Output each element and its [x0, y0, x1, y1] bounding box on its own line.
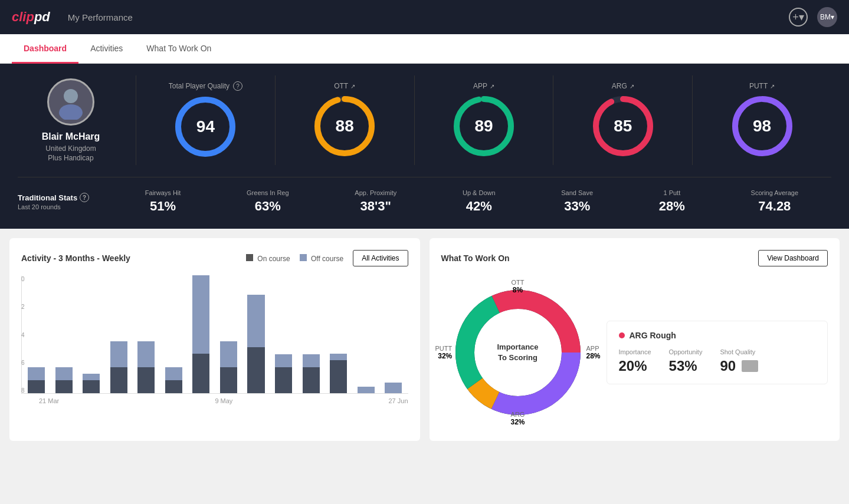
- arg-importance-label: Importance: [619, 348, 651, 355]
- trad-info-icon[interactable]: ?: [80, 193, 89, 202]
- score-ott: OTT ↗ 88: [276, 75, 415, 165]
- bar-on: [247, 347, 264, 393]
- donut-wrapper: Importance To Scoring OTT 8% APP 28% ARG: [441, 276, 595, 429]
- trad-updown-label: Up & Down: [463, 189, 496, 196]
- bar-group: [244, 276, 268, 393]
- trad-scoring-value: 74.28: [751, 199, 799, 214]
- trad-greens-label: Greens In Reg: [247, 189, 289, 196]
- putt-label: PUTT ↗: [749, 82, 775, 90]
- score-putt: PUTT ↗ 98: [693, 75, 831, 165]
- donut-center: Importance To Scoring: [497, 342, 538, 363]
- arg-stats: Importance 20% Opportunity 53% Shot Qual…: [619, 348, 816, 374]
- trad-fairways-value: 51%: [145, 199, 181, 214]
- tab-dashboard[interactable]: Dashboard: [12, 35, 78, 64]
- chart-legend: On course Off course: [246, 254, 343, 263]
- bar-on: [137, 367, 155, 393]
- trad-greens: Greens In Reg 63%: [247, 189, 289, 214]
- chart-content: 8 6 4 2 0: [21, 276, 408, 394]
- bar-off: [385, 383, 402, 393]
- bar-group: [326, 276, 351, 393]
- color-swatch: [742, 360, 758, 372]
- trad-scoring-label: Scoring Average: [751, 189, 799, 196]
- bar-group: [217, 276, 241, 393]
- bar-stack: [217, 341, 241, 393]
- logo[interactable]: clippd: [12, 9, 50, 25]
- bar-on: [192, 354, 209, 393]
- arg-card: ARG Rough Importance 20% Opportunity 53%…: [607, 321, 828, 384]
- player-name: Blair McHarg: [42, 131, 100, 142]
- app-value: 89: [474, 117, 493, 136]
- bar-stack: [326, 354, 351, 393]
- bar-group: [52, 276, 77, 393]
- chart-controls: On course Off course All Activities: [246, 250, 408, 266]
- score-cards: Total Player Quality ? 94 OTT ↗: [136, 75, 831, 165]
- info-icon[interactable]: ?: [233, 81, 242, 91]
- arg-shotquality-row: 90: [720, 358, 758, 374]
- arg-value: 85: [614, 117, 632, 136]
- putt-value: 98: [753, 117, 771, 136]
- bar-stack: [381, 383, 406, 393]
- arg-label: ARG ↗: [612, 82, 634, 90]
- trad-proximity-label: App. Proximity: [355, 189, 396, 196]
- bar-group: [353, 276, 378, 393]
- chart-title: Activity - 3 Months - Weekly: [21, 253, 130, 263]
- add-icon[interactable]: + ▾: [789, 8, 808, 27]
- off-course-dot: [300, 254, 307, 261]
- total-ring: 94: [173, 94, 238, 159]
- bar-group: [189, 276, 214, 393]
- putt-arrow: ↗: [770, 83, 775, 90]
- trad-scoring: Scoring Average 74.28: [751, 189, 799, 214]
- on-course-dot: [246, 254, 253, 261]
- bar-group: [79, 276, 104, 393]
- trad-label: Traditional Stats ? Last 20 rounds: [18, 193, 112, 210]
- tab-activities[interactable]: Activities: [78, 35, 135, 64]
- bar-group: [134, 276, 159, 393]
- app-ring: 89: [451, 94, 516, 159]
- bar-on: [83, 380, 100, 393]
- traditional-stats: Traditional Stats ? Last 20 rounds Fairw…: [18, 177, 831, 214]
- bar-on: [275, 367, 292, 393]
- view-dashboard-button[interactable]: View Dashboard: [758, 250, 828, 266]
- bar-on: [303, 367, 320, 393]
- bar-off: [330, 354, 347, 360]
- avatar[interactable]: BM ▾: [817, 7, 837, 27]
- bar-stack: [52, 367, 77, 393]
- ott-arrow: ↗: [350, 83, 355, 90]
- all-activities-button[interactable]: All Activities: [353, 250, 408, 266]
- player-country: United Kingdom: [45, 144, 96, 153]
- bar-on: [165, 380, 182, 393]
- logo-text: clippd: [12, 9, 50, 25]
- x-labels: 21 Mar 9 May 27 Jun: [21, 397, 408, 404]
- ott-label: OTT ↗: [334, 82, 355, 90]
- putt-donut-label: PUTT 32%: [435, 345, 453, 360]
- score-app: APP ↗ 89: [415, 75, 554, 165]
- arg-shotquality: Shot Quality 90: [720, 348, 758, 374]
- stats-banner: Blair McHarg United Kingdom Plus Handica…: [0, 64, 849, 229]
- bar-group: [271, 276, 296, 393]
- work-on-panel: What To Work On View Dashboard: [430, 238, 840, 441]
- bar-on: [220, 367, 237, 393]
- bar-stack: [134, 341, 159, 393]
- avatar-image: [53, 84, 88, 120]
- bar-stack: [162, 367, 186, 393]
- bar-off: [28, 367, 45, 380]
- bar-off: [220, 341, 237, 367]
- tab-what-to-work-on[interactable]: What To Work On: [135, 35, 223, 64]
- arg-importance: Importance 20%: [619, 348, 651, 374]
- bar-stack: [189, 275, 214, 393]
- work-title: What To Work On: [441, 253, 510, 263]
- bar-off: [192, 275, 209, 354]
- bar-on: [110, 367, 127, 393]
- arg-opportunity: Opportunity 53%: [669, 348, 703, 374]
- header-right: + ▾ BM ▾: [789, 7, 837, 27]
- trad-sandsave: Sand Save 33%: [561, 189, 593, 214]
- svg-point-0: [64, 89, 78, 103]
- ott-donut-label: OTT 8%: [512, 279, 525, 294]
- player-handicap: Plus Handicap: [48, 154, 93, 162]
- y-axis: 8 6 4 2 0: [21, 276, 25, 394]
- work-header: What To Work On View Dashboard: [441, 250, 828, 266]
- trad-proximity: App. Proximity 38'3": [355, 189, 396, 214]
- arg-card-title: ARG Rough: [630, 331, 676, 340]
- trad-greens-value: 63%: [247, 199, 289, 214]
- bar-stack: [299, 354, 323, 393]
